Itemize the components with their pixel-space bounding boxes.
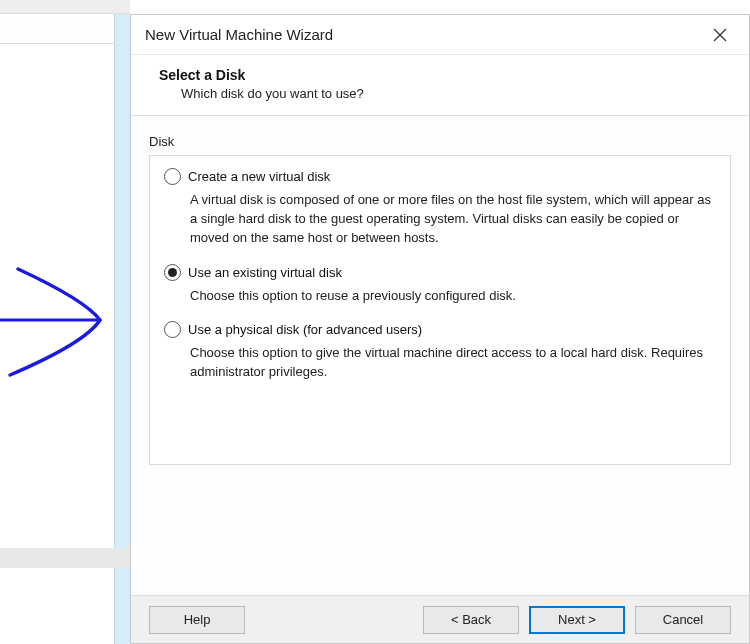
dialog-title: New Virtual Machine Wizard — [145, 26, 705, 43]
option-label: Use a physical disk (for advanced users) — [188, 322, 422, 337]
help-button[interactable]: Help — [149, 606, 245, 634]
option-use-physical-disk: Use a physical disk (for advanced users)… — [164, 321, 716, 382]
wizard-step-title: Select a Disk — [159, 67, 721, 83]
cancel-button[interactable]: Cancel — [635, 606, 731, 634]
radio-icon — [164, 264, 181, 281]
next-button[interactable]: Next > — [529, 606, 625, 634]
back-button[interactable]: < Back — [423, 606, 519, 634]
radio-icon — [164, 321, 181, 338]
titlebar: New Virtual Machine Wizard — [131, 15, 749, 55]
option-create-new-disk: Create a new virtual disk A virtual disk… — [164, 168, 716, 248]
option-use-existing-disk: Use an existing virtual disk Choose this… — [164, 264, 716, 306]
option-description: A virtual disk is composed of one or mor… — [164, 191, 716, 248]
group-label-disk: Disk — [149, 134, 731, 149]
radio-use-existing-disk[interactable]: Use an existing virtual disk — [164, 264, 716, 281]
radio-icon — [164, 168, 181, 185]
bg-menubar — [0, 0, 130, 14]
bg-toolbar — [0, 14, 130, 44]
close-icon — [713, 28, 727, 42]
wizard-footer: Help < Back Next > Cancel — [131, 595, 749, 643]
wizard-step-subtitle: Which disk do you want to use? — [159, 86, 721, 101]
disk-options-group: Create a new virtual disk A virtual disk… — [149, 155, 731, 465]
close-button[interactable] — [705, 20, 735, 50]
wizard-body: Disk Create a new virtual disk A virtual… — [131, 116, 749, 595]
wizard-dialog: New Virtual Machine Wizard Select a Disk… — [130, 14, 750, 644]
radio-use-physical-disk[interactable]: Use a physical disk (for advanced users) — [164, 321, 716, 338]
radio-create-new-disk[interactable]: Create a new virtual disk — [164, 168, 716, 185]
option-description: Choose this option to give the virtual m… — [164, 344, 716, 382]
option-label: Use an existing virtual disk — [188, 265, 342, 280]
wizard-header: Select a Disk Which disk do you want to … — [131, 55, 749, 116]
bg-statusbar — [0, 548, 130, 568]
option-label: Create a new virtual disk — [188, 169, 330, 184]
option-description: Choose this option to reuse a previously… — [164, 287, 716, 306]
